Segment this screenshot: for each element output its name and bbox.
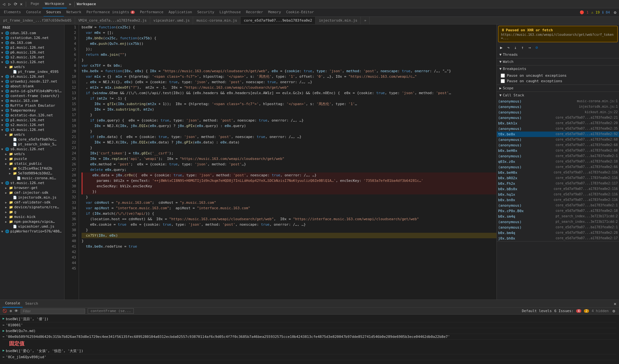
sidebar-item[interactable]: ▼🌐s2.music.126.net	[0, 55, 64, 60]
console-filter-input[interactable]	[21, 309, 85, 314]
source-tab-2[interactable]: vipcashier.umd.js	[150, 17, 193, 25]
sidebar-item[interactable]: ▶📁cmf-validator-sdk	[0, 200, 64, 205]
sidebar-item[interactable]: ▶📁web/s	[0, 152, 64, 156]
tab-performance[interactable]: Performance	[137, 8, 166, 17]
call-stack-item[interactable]: (anonymous)core_e5d7af9a07...a1783fea0e2…	[497, 137, 619, 143]
pause-uncaught-checkbox[interactable]	[501, 74, 505, 78]
tab-lighthouse[interactable]: Lighthouse	[217, 8, 243, 17]
threads-header[interactable]: ▼ Threads	[497, 51, 619, 58]
call-stack-item[interactable]: (anonymous)music-corona.min.js:1	[497, 99, 619, 104]
sidebar-item[interactable]: ▼🌐st.music.126.net	[0, 181, 64, 185]
sidebar-item[interactable]: ▶📁music-kick	[0, 214, 64, 219]
panel-scroll[interactable]: ▼ Threads ▼ Watch ▼ Breakpoints	[497, 51, 619, 300]
sidebar-item[interactable]: ▼🌐da.163.com	[0, 40, 64, 45]
call-stack-item[interactable]: b0x.bRO2xcore_e5d7af9a07...1783fea0e2:11…	[497, 175, 619, 181]
console-settings-btn[interactable]: ⚙	[10, 309, 12, 313]
more-tabs-icon[interactable]: »	[67, 2, 73, 7]
console-gear-icon[interactable]: ⚙	[611, 309, 616, 314]
call-stack-item[interactable]: P0x.cP0x.B0xcore_e5d7af9a07...a1783fea0e…	[497, 208, 619, 214]
sidebar-item[interactable]: ▶📁npm-packages/vipca…	[0, 219, 64, 224]
source-tab-0[interactable]: pt_frame_index_...f387c650e9eb05	[0, 17, 75, 25]
call-stack-item[interactable]: b0x.bBs0xcore_e5d7af9a07...a1783fea0e2:1…	[497, 186, 619, 192]
sidebar-item[interactable]: ▼🌐acstatic-dun.126.net	[0, 113, 64, 118]
call-stack-item[interactable]: b0x.beH0xcore_e5d7af9a07...a1783fea0e2:1…	[497, 170, 619, 175]
sidebar-item[interactable]: 📄core_e5d7af9a07ec…	[0, 137, 64, 142]
source-tab-5[interactable]: injectorsdk.min.js	[316, 17, 361, 25]
settings-icon[interactable]: ⚙	[613, 10, 618, 15]
sidebar-item[interactable]: ▶📁cmf-injector-sdk	[0, 190, 64, 195]
forward-icon[interactable]: ▷	[7, 2, 12, 7]
context-selector[interactable]: contentFrame (se...	[88, 308, 134, 314]
call-stack-item[interactable]: q03x.z0xcore_e5d7af9a07...a1783fea0e2:18	[497, 159, 619, 164]
sidebar-item[interactable]: ▶📁puzzle	[0, 156, 64, 161]
close-console-btn[interactable]: ✕	[614, 301, 616, 306]
step-out-btn[interactable]: ↑	[519, 44, 526, 51]
sidebar-item[interactable]: ▼🌐Ruffle Flash Emulator	[0, 103, 64, 108]
sidebar-item[interactable]: ▶📁static_public	[0, 161, 64, 166]
pause-caught-checkbox[interactable]	[501, 79, 505, 83]
console-output[interactable]: ▶bse8W(['流目', '偻'])←'010001'▶bse8W(Qu7n.…	[0, 315, 619, 364]
step-into-btn[interactable]: ↓	[512, 44, 519, 51]
sidebar-item[interactable]: ▶📁browser-get	[0, 185, 64, 190]
sidebar-item[interactable]: ▶📁web/s	[0, 132, 64, 137]
sidebar-item[interactable]: ▶📁g	[0, 210, 64, 214]
sidebar-item[interactable]: ▼🌐content-frame (search/)	[0, 93, 64, 98]
call-stack-item[interactable]: (anonymous)core_e5d7af9a07...a1783fea0e2…	[497, 115, 619, 121]
source-tab-1[interactable]: VM24_core_e5d7a...a1783fea0e2.js	[75, 17, 150, 25]
sidebar-item[interactable]: ▼🌐s6.music.126.net	[0, 147, 64, 152]
sidebar-item[interactable]: ▼🌐p1.music.126.net	[0, 118, 64, 123]
call-stack-item[interactable]: b0x.bkh1xcore_e5d7af9a07...a1783fea0e2:2…	[497, 121, 619, 126]
call-stack-item[interactable]: (anonymous)core_e5d7af9a07...ba1783fea0e…	[497, 203, 619, 208]
source-tab-3[interactable]: music-corona.min.js	[193, 17, 241, 25]
call-stack-item[interactable]: (anonymous)core_e5d7af9a07...a1783fea0e2…	[497, 164, 619, 170]
sidebar-item[interactable]: ▼🌐s2.music.126.net	[0, 123, 64, 127]
sidebar-item[interactable]: ▼🌐music.163.com	[0, 98, 64, 103]
back-icon[interactable]: ◁	[1, 2, 6, 7]
sidebar-item[interactable]: 📄pt_search_index_5…	[0, 142, 64, 147]
call-stack-item[interactable]: (anonymous)core_e5d7af9a07...ba1783fea0e…	[497, 225, 619, 230]
sidebar-item[interactable]: ▼🌐s4.music.126.net	[0, 74, 64, 79]
tab-console-bottom[interactable]: Console	[3, 300, 23, 308]
sidebar-item[interactable]: ▶📁web/s	[0, 64, 64, 69]
tab-recorder[interactable]: Recorder	[243, 8, 266, 17]
call-stack-item[interactable]: (anonymous)core_e5d7af9a07...ba1783fea0e…	[497, 153, 619, 159]
page-tab[interactable]: Page	[28, 0, 42, 8]
close-icon[interactable]: ✕	[19, 2, 24, 7]
clear-console-btn[interactable]: 🚫	[3, 309, 7, 313]
tab-performance-insights[interactable]: Performance insights 4	[84, 8, 137, 17]
sidebar-item[interactable]: ▼🌐pipWorker?ratio=576/480…	[0, 229, 64, 234]
sidebar-item[interactable]: ▼🌐cdun.163.com	[0, 31, 64, 35]
sidebar-item[interactable]: 📄music-corona.mi…	[0, 176, 64, 181]
sidebar-item[interactable]: 📄injectorsdk.min.js	[0, 195, 64, 200]
source-tab-4[interactable]: core_e5d7af9a07...9eba1783fea0e2	[241, 17, 316, 25]
sidebar-item[interactable]: ▼🌐cstaticdun.126.net	[0, 35, 64, 40]
tab-elements[interactable]: Elements	[1, 8, 24, 17]
sidebar-item[interactable]: ▼🌐urswebzj.nosdn.127.net	[0, 79, 64, 84]
call-stack-item[interactable]: b0x.sm4qpt_search_index...3e723b171cdd:2	[497, 214, 619, 219]
call-stack-item[interactable]: b0x.hq1xcore_e5d7af9a07...a1783fea0e2:11…	[497, 192, 619, 197]
reload-icon[interactable]: ⟳	[13, 2, 18, 7]
tab-memory[interactable]: Memory	[266, 8, 284, 17]
eye-btn[interactable]: 👁	[15, 309, 18, 313]
levels-label[interactable]: Default levels	[522, 309, 552, 313]
call-stack-item[interactable]: b0x.bm4qcore_e5d7af9a07...a1783fea0e2:28	[497, 230, 619, 236]
sidebar-item[interactable]: ▼🌐Tampermonkey	[0, 108, 64, 113]
tab-sources[interactable]: Sources	[44, 8, 64, 17]
sidebar-item[interactable]: 📄vipcashier.umd.js	[0, 224, 64, 229]
code-editor[interactable]: 1234567891011121314151617181920212223242…	[64, 25, 496, 300]
call-stack-item[interactable]: (anonymous)core_e5d7af9a07...a1783fea0e2…	[497, 143, 619, 148]
call-stack-item[interactable]: b0x.beH0xcore_e5d7af9a07...a1783fea0e2:6…	[497, 148, 619, 153]
tab-console[interactable]: Console	[24, 8, 44, 17]
sidebar-item[interactable]: ▼🌐auto-id-g2kFXlb4sNPtrbl…	[0, 89, 64, 93]
call-stack-item[interactable]: (anonymous)injectorsdk.min.js:1	[497, 104, 619, 110]
call-stack-item[interactable]: t0x.be0xcore_e5d7af9a07...a1783fea0e2:92	[497, 132, 619, 137]
sidebar-item[interactable]: ▼🌐p1.music.126.net	[0, 45, 64, 50]
tab-application[interactable]: Application	[166, 8, 195, 17]
call-stack-item[interactable]: (anonymous)kickout.min.js:22	[497, 110, 619, 115]
tab-security[interactable]: Security	[195, 8, 217, 17]
tab-network[interactable]: Network	[64, 8, 84, 17]
scope-header[interactable]: ▶ Scope	[497, 85, 619, 92]
call-stack-item[interactable]: b0x.Fh2xcore_e5d7af9a07...1783fea0e2:117	[497, 181, 619, 186]
sidebar-item[interactable]: ▶📁5e7dd9894cb30d2…	[0, 171, 64, 176]
workspace-tab[interactable]: Workspace	[43, 0, 67, 8]
